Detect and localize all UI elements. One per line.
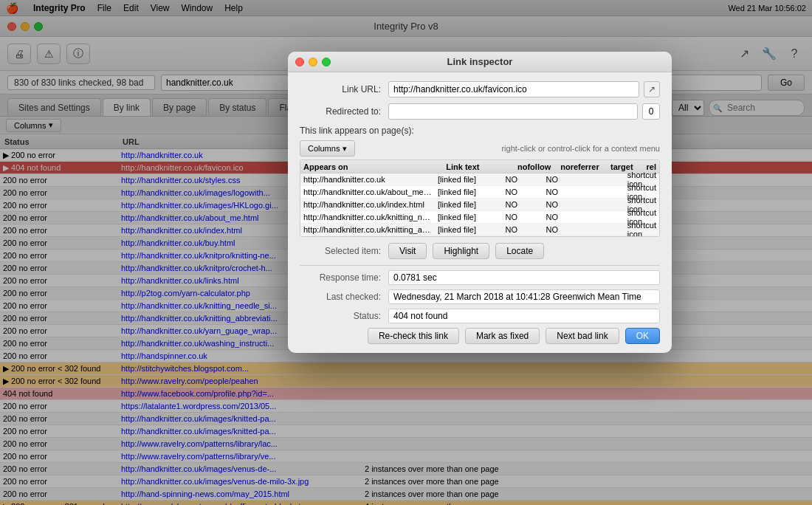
appears-row[interactable]: http://handknitter.co.uk/index.html [lin… [300, 199, 659, 211]
redirected-to-area: 0 [388, 103, 660, 120]
link-url-row: Link URL: http://handknitter.co.uk/favic… [300, 81, 660, 97]
modal-maximize-button[interactable] [322, 58, 331, 66]
last-checked-label: Last checked: [300, 292, 388, 302]
mark-fixed-button[interactable]: Mark as fixed [465, 328, 540, 344]
appears-table-header: Appears on Link text nofollow noreferrer… [300, 160, 659, 174]
appears-columns-button[interactable]: Columns ▾ [300, 140, 355, 157]
appears-columns-label: Columns [308, 144, 340, 153]
selected-item-buttons: Visit Highlight Locate [388, 243, 544, 259]
recheck-button[interactable]: Re-check this link [368, 328, 459, 344]
modal-footer: Re-check this link Mark as fixed Next ba… [300, 328, 660, 344]
status-label: Status: [300, 311, 388, 321]
link-url-label: Link URL: [300, 84, 388, 95]
link-url-value: http://handknitter.co.uk/favicon.ico [388, 81, 639, 97]
redirected-to-value [388, 103, 638, 120]
redirected-to-row: Redirected to: 0 [300, 103, 660, 120]
appears-row[interactable]: http://handknitter.co.uk/knitting_abbrev… [300, 224, 659, 236]
redirected-to-label: Redirected to: [300, 106, 388, 117]
visit-button[interactable]: Visit [388, 243, 427, 259]
response-time-value: 0.0781 sec [388, 270, 660, 285]
appears-table: Appears on Link text nofollow noreferrer… [300, 159, 660, 237]
response-time-row: Response time: 0.0781 sec [300, 270, 660, 285]
selected-item-row: Selected item: Visit Highlight Locate [300, 243, 660, 259]
last-checked-row: Last checked: Wednesday, 21 March 2018 a… [300, 289, 660, 304]
modal-close-button[interactable] [295, 58, 304, 66]
redirect-count: 0 [642, 103, 660, 120]
status-row: Status: 404 not found [300, 309, 660, 323]
highlight-button[interactable]: Highlight [433, 243, 489, 259]
ok-button[interactable]: OK [625, 328, 660, 344]
col-header-link-text: Link text [443, 162, 515, 171]
appears-row[interactable]: http://handknitter.co.uk/knitting_needle… [300, 211, 659, 224]
modal-overlay: Link inspector Link URL: http://handknit… [0, 0, 812, 505]
response-time-label: Response time: [300, 272, 388, 283]
col-header-rel: rel [644, 162, 659, 171]
col-header-target: target [608, 162, 644, 171]
appears-label: This link appears on page(s): [300, 126, 660, 136]
modal-traffic-lights [295, 58, 331, 66]
appears-row[interactable]: http://handknitter.co.uk [linked file] N… [300, 174, 659, 186]
open-link-button[interactable]: ↗ [644, 81, 660, 97]
col-header-nofollow: nofollow [515, 162, 557, 171]
link-inspector-modal: Link inspector Link URL: http://handknit… [288, 52, 672, 353]
modal-titlebar: Link inspector [288, 52, 672, 72]
divider [300, 265, 660, 266]
selected-item-label: Selected item: [300, 246, 388, 256]
appears-toolbar: Columns ▾ right-click or control-click f… [300, 140, 660, 157]
last-checked-value: Wednesday, 21 March 2018 at 10:41:28 Gre… [388, 289, 660, 304]
right-click-hint: right-click or control-click for a conte… [501, 144, 660, 153]
locate-button[interactable]: Locate [495, 243, 544, 259]
appears-columns-chevron-icon: ▾ [343, 144, 347, 154]
modal-title: Link inspector [447, 56, 513, 67]
col-header-appears-on: Appears on [300, 162, 443, 171]
next-bad-link-button[interactable]: Next bad link [546, 328, 619, 344]
modal-body: Link URL: http://handknitter.co.uk/favic… [288, 72, 672, 353]
modal-minimize-button[interactable] [309, 58, 317, 66]
status-value: 404 not found [388, 309, 660, 323]
link-url-value-area: http://handknitter.co.uk/favicon.ico ↗ [388, 81, 660, 97]
col-header-noreferrer: noreferrer [557, 162, 608, 171]
appears-row[interactable]: http://handknitter.co.uk/about_me.html [… [300, 186, 659, 199]
